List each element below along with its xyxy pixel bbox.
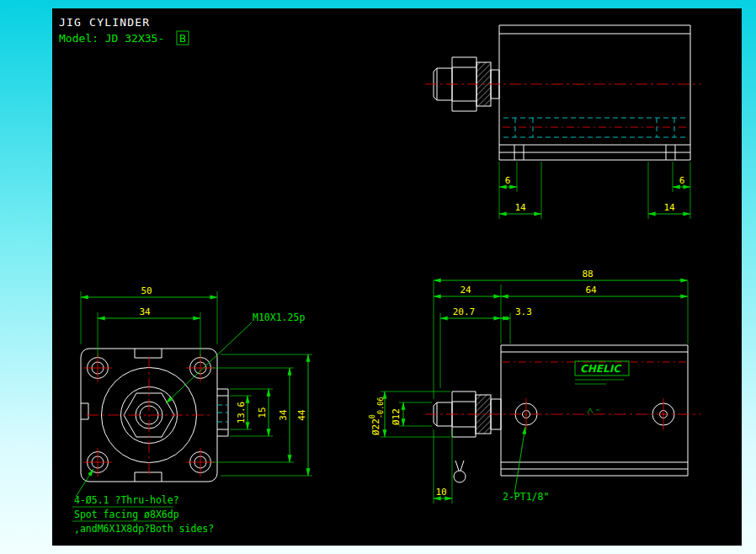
dim-body-length: 64 xyxy=(585,285,597,296)
dim-port-depth: 13.6 xyxy=(236,402,247,424)
drawing-title: JIG CYLINDER xyxy=(59,16,150,29)
dim-step: 3.3 xyxy=(515,306,532,317)
dim-body-height: 44 xyxy=(296,409,307,421)
cad-window: JIG CYLINDER Model: JD 32X35- B 6 14 6 1… xyxy=(0,0,756,554)
thread-callout: M10X1.25p xyxy=(253,312,305,323)
dim-6-left: 6 xyxy=(505,175,511,186)
dim-rod-end: 10 xyxy=(435,487,446,498)
cad-drawing-canvas[interactable]: JIG CYLINDER Model: JD 32X35- B 6 14 6 1… xyxy=(0,0,756,554)
port-callout: 2-PT1/8" xyxy=(503,491,549,503)
dim-bolt-spacing-v: 34 xyxy=(278,409,289,421)
model-rev: B xyxy=(179,32,186,45)
dim-port-height: 15 xyxy=(257,407,268,418)
dim-rod-dia: Ø12 xyxy=(391,408,402,425)
note-line-3: ,andM6X1X8dp?Both sides? xyxy=(74,523,214,535)
model-label: Model: JD 32X35- xyxy=(59,32,164,45)
dim-total-length: 88 xyxy=(582,269,593,280)
dim-rod-ext: 20.7 xyxy=(453,306,476,317)
brand-logo: CHELIC xyxy=(580,363,622,375)
dim-body-width: 50 xyxy=(141,285,152,296)
note-line-1: 4-Ø5.1 ?Thru-hole? xyxy=(74,494,179,506)
drawing-sheet xyxy=(52,8,742,546)
dim-14-left: 14 xyxy=(514,202,526,213)
dim-head-length: 24 xyxy=(460,285,471,296)
dim-6-right: 6 xyxy=(679,175,685,186)
note-line-2: Spot facing ø8X6dp xyxy=(74,509,179,520)
dim-14-right: 14 xyxy=(663,202,675,213)
dim-bolt-spacing: 34 xyxy=(139,306,151,317)
